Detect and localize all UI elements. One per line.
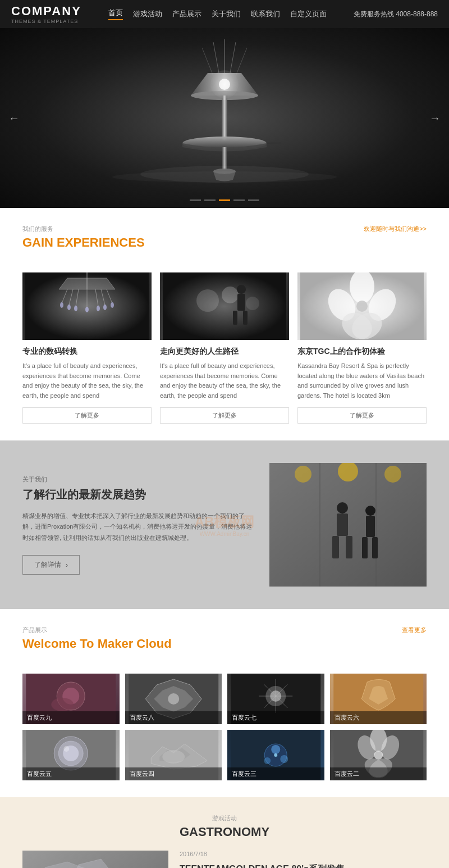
service-card-1-btn[interactable]: 了解更多 xyxy=(22,407,152,424)
svg-point-51 xyxy=(384,466,401,483)
nav-home[interactable]: 首页 xyxy=(108,8,123,20)
svg-rect-55 xyxy=(346,536,352,558)
company-name: COMPANY xyxy=(11,4,81,19)
service-img-2-svg xyxy=(160,272,289,340)
about-label: 关于我们 xyxy=(22,475,253,484)
services-cards: 专业的数码转换 It's a place full of beauty and … xyxy=(22,272,427,424)
svg-rect-6 xyxy=(222,96,227,140)
svg-point-13 xyxy=(112,171,337,183)
slider-dot-5[interactable] xyxy=(248,199,259,201)
product-label-3: 百度云七 xyxy=(227,711,324,724)
svg-line-2 xyxy=(230,42,236,73)
service-card-3-title: 东京TGC上的合作初体验 xyxy=(297,347,427,357)
product-label-2: 百度云八 xyxy=(125,711,222,724)
svg-point-25 xyxy=(74,306,77,311)
about-text: 精煤业界的增值、专业技术把深入了解行业的最新发展趋势和动趋的一个我们的了解，进而… xyxy=(22,511,253,544)
products-section: 产品展示 Welcome To Maker Cloud 查看更多 百度云九 百度… xyxy=(0,609,449,797)
svg-point-78 xyxy=(63,746,69,752)
service-card-3-btn[interactable]: 了解更多 xyxy=(297,407,427,424)
nav-about[interactable]: 关于我们 xyxy=(212,9,241,19)
slider-dots xyxy=(190,199,259,201)
events-slider-wrap: ← xyxy=(22,851,427,868)
slider-dot-1[interactable] xyxy=(190,199,201,201)
svg-point-80 xyxy=(162,750,185,764)
product-item-8[interactable]: 百度云二 xyxy=(330,730,427,780)
products-titles: 产品展示 Welcome To Maker Cloud xyxy=(22,626,172,662)
phone-number: 4008-888-888 xyxy=(396,10,438,18)
svg-point-65 xyxy=(168,693,179,705)
product-item-7[interactable]: 百度云三 xyxy=(227,730,324,780)
product-item-3[interactable]: 百度云七 xyxy=(227,674,324,724)
events-content: 2016/7/18 TEENTEAMGOLDEN AGE 80's系列发售 20… xyxy=(22,851,427,868)
about-details-button[interactable]: 了解详情 › xyxy=(22,555,80,575)
svg-rect-30 xyxy=(163,272,286,340)
svg-rect-53 xyxy=(337,513,348,536)
slider-dot-3[interactable] xyxy=(219,199,230,201)
svg-point-56 xyxy=(365,506,375,516)
product-label-4: 百度云六 xyxy=(330,711,427,724)
products-title: Welcome To Maker Cloud xyxy=(22,637,172,651)
slider-dot-2[interactable] xyxy=(204,199,216,201)
events-article-title: TEENTEAMGOLDEN AGE 80's系列发售 xyxy=(180,863,427,868)
product-item-4[interactable]: 百度云六 xyxy=(330,674,427,724)
about-section: 关于我们 了解行业的最新发展趋势 精煤业界的增值、专业技术把深入了解行业的最新发… xyxy=(0,440,449,609)
product-label-5: 百度云五 xyxy=(22,767,120,780)
products-link[interactable]: 查看更多 xyxy=(402,626,427,634)
phone-label: 免费服务热线 xyxy=(354,10,394,18)
about-title: 了解行业的最新发展趋势 xyxy=(22,487,253,502)
product-item-2[interactable]: 百度云八 xyxy=(125,674,222,724)
reflection-lines xyxy=(0,157,449,191)
svg-point-93 xyxy=(374,751,383,760)
hero-slider: ← → xyxy=(0,28,449,208)
products-grid: 百度云九 百度云八 xyxy=(22,674,427,780)
products-header: 产品展示 Welcome To Maker Cloud 查看更多 xyxy=(22,626,427,662)
events-section: 游戏活动 GASTRONOMY ← xyxy=(0,797,449,868)
service-card-3-text: Kassandra Bay Resort & Spa is perfectly … xyxy=(297,361,427,401)
slider-prev-button[interactable]: ← xyxy=(8,112,20,125)
events-title: GASTRONOMY xyxy=(22,825,427,839)
service-card-2-btn[interactable]: 了解更多 xyxy=(160,407,289,424)
product-item-1[interactable]: 百度云九 xyxy=(22,674,120,724)
nav-products[interactable]: 产品展示 xyxy=(172,9,201,19)
nav-games[interactable]: 游戏活动 xyxy=(133,9,162,19)
product-item-5[interactable]: 百度云五 xyxy=(22,730,120,780)
about-content: 关于我们 了解行业的最新发展趋势 精煤业界的增值、专业技术把深入了解行业的最新发… xyxy=(22,475,253,575)
service-card-2: 走向更美好的人生路径 It's a place full of beauty a… xyxy=(160,272,289,424)
svg-point-29 xyxy=(111,302,114,308)
services-titles: 我们的服务 GAIN EXPERIENCES xyxy=(22,225,145,261)
svg-point-33 xyxy=(246,297,259,310)
about-btn-label: 了解详情 xyxy=(34,560,61,570)
svg-rect-37 xyxy=(243,311,248,325)
svg-point-84 xyxy=(264,757,271,764)
service-img-1-svg xyxy=(22,272,152,340)
slider-dot-4[interactable] xyxy=(233,199,245,201)
nav-custom[interactable]: 自定义页面 xyxy=(290,9,327,19)
product-label-8: 百度云二 xyxy=(330,767,427,780)
service-card-1: 专业的数码转换 It's a place full of beauty and … xyxy=(22,272,152,424)
services-label: 我们的服务 xyxy=(22,225,145,233)
events-date: 2016/7/18 xyxy=(180,851,427,857)
svg-rect-58 xyxy=(362,537,368,558)
events-image xyxy=(22,851,168,868)
slider-next-button[interactable]: → xyxy=(429,112,441,125)
service-img-3-svg xyxy=(297,272,427,340)
svg-point-86 xyxy=(274,753,277,757)
main-nav: 首页 游戏活动 产品展示 关于我们 联系我们 自定义页面 xyxy=(108,8,327,20)
svg-point-26 xyxy=(85,307,89,312)
service-card-1-image xyxy=(22,272,152,340)
service-card-2-image xyxy=(160,272,289,340)
service-card-3: 东京TGC上的合作初体验 Kassandra Bay Resort & Spa … xyxy=(297,272,427,424)
svg-point-83 xyxy=(271,745,280,754)
svg-line-3 xyxy=(202,48,213,76)
svg-point-27 xyxy=(97,306,100,311)
svg-point-31 xyxy=(196,289,219,312)
svg-rect-54 xyxy=(332,536,339,558)
events-label: 游戏活动 xyxy=(22,814,427,822)
nav-contact[interactable]: 联系我们 xyxy=(251,9,280,19)
svg-point-34 xyxy=(237,285,246,294)
product-item-6[interactable]: 百度云四 xyxy=(125,730,222,780)
services-link[interactable]: 欢迎随时与我们沟通>> xyxy=(364,225,427,233)
svg-point-85 xyxy=(280,755,288,763)
svg-point-32 xyxy=(222,287,239,303)
svg-point-49 xyxy=(295,466,311,483)
